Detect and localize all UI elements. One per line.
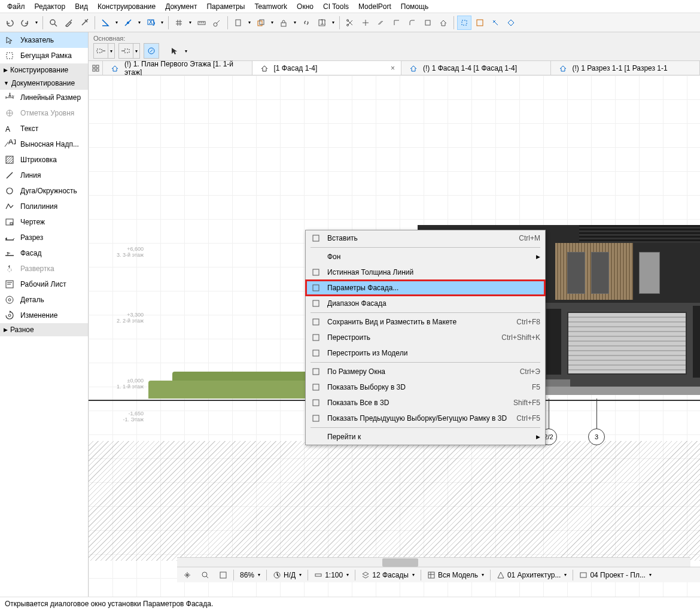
menu-параметры[interactable]: Параметры (202, 1, 249, 12)
zoom-value[interactable]: 86%▾ (236, 569, 264, 581)
menu-документ[interactable]: Документ (160, 1, 202, 12)
coords-icon[interactable]: xy (144, 16, 158, 30)
ctx-show-prev-3d-icon[interactable]: Показать Предыдущую Выборку/Бегущую Рамк… (306, 411, 545, 426)
section-misc[interactable]: ▶Разное (0, 323, 88, 336)
ref-icon[interactable] (210, 16, 224, 30)
mode1-icon[interactable] (457, 16, 471, 30)
line-tool[interactable]: Линия (0, 168, 88, 183)
marquee-tool[interactable]: Бегущая Рамка (0, 48, 88, 63)
undo-dropdown-icon[interactable]: ▾ (34, 16, 39, 30)
mode4-icon[interactable] (504, 16, 518, 30)
cursor-mode-icon[interactable] (168, 44, 182, 58)
trace-icon[interactable] (254, 16, 268, 30)
home-icon[interactable] (436, 16, 451, 30)
menu-конструирование[interactable]: Конструирование (93, 1, 160, 12)
view-tab[interactable]: (!) 1. План Первого Этажа [1. 1-й этаж] (103, 61, 252, 75)
menu-окно[interactable]: Окно (292, 1, 318, 12)
extend-icon[interactable] (374, 16, 388, 30)
menu-ci tools[interactable]: CI Tools (318, 1, 354, 12)
pan-icon[interactable] (179, 569, 195, 581)
scale-icon[interactable]: 1:100▾ (311, 569, 352, 581)
redo-icon[interactable] (18, 16, 32, 30)
menu-файл[interactable]: Файл (2, 1, 30, 12)
unfold-tool[interactable]: Развертка (0, 261, 88, 276)
tab-grid-icon[interactable] (89, 61, 103, 75)
scrollbar-thumb[interactable] (382, 558, 418, 567)
lock-icon[interactable] (276, 16, 291, 30)
trim-icon[interactable] (358, 16, 373, 30)
orient-icon[interactable]: Н/Д▾ (269, 569, 305, 581)
layer-combo[interactable]: 12 Фасады▾ (358, 569, 418, 581)
menu-modelport[interactable]: ModelPort (354, 1, 396, 12)
ctx-item[interactable]: Перейти к▶ (306, 429, 545, 445)
arc-tool[interactable]: Дуга/Окружность (0, 183, 88, 199)
pointer-tool[interactable]: Указатель (0, 32, 88, 48)
cut-icon[interactable] (343, 16, 357, 30)
ctx-rebuild-icon[interactable]: ПерестроитьCtrl+Shift+K (306, 330, 545, 345)
fit-icon[interactable] (215, 569, 231, 581)
section-construct[interactable]: ▶Конструирование (0, 63, 88, 77)
drawing-canvas[interactable]: +6,6003. 3-й этаж+3,3002. 2-й этаж±0,000… (89, 75, 700, 597)
menu-редактор[interactable]: Редактор (30, 1, 71, 12)
svg-rect-41 (313, 235, 319, 241)
doc-icon[interactable] (231, 16, 245, 30)
eyedropper-icon[interactable] (62, 16, 76, 30)
ctx-paste-icon[interactable]: ВставитьCtrl+M (306, 230, 545, 246)
angle-icon[interactable] (98, 16, 112, 30)
drawing-tool[interactable]: Чертеж (0, 214, 88, 230)
hatch-tool[interactable]: Штриховка (0, 152, 88, 168)
zoom-icon[interactable] (197, 569, 213, 581)
grid-icon[interactable] (172, 16, 186, 30)
text-tool[interactable]: AТекст (0, 121, 88, 136)
view-tab[interactable]: [1 Фасад 1-4]× (252, 61, 402, 75)
detail-tool[interactable]: Деталь (0, 292, 88, 308)
link-icon[interactable] (299, 16, 314, 30)
ruler-icon[interactable] (194, 16, 209, 30)
change-tool[interactable]: Изменение (0, 308, 88, 323)
close-icon[interactable]: × (391, 64, 395, 72)
section-tool[interactable]: Разрез (0, 230, 88, 245)
geomethod3-icon[interactable] (144, 44, 159, 58)
ctx-show-3d-icon[interactable]: Показать Выборку в 3DF5 (306, 379, 545, 395)
worksheet-tool[interactable]: Рабочий Лист (0, 276, 88, 292)
level-mark-tool[interactable]: Отметка Уровня (0, 105, 88, 121)
view-tab[interactable]: (!) 1 Фасад 1-4 [1 Фасад 1-4] (401, 61, 551, 75)
horizontal-scrollbar[interactable] (177, 557, 690, 567)
geomethod1-icon[interactable] (94, 44, 108, 58)
view-tab[interactable]: (!) 1 Разрез 1-1 [1 Разрез 1-1 (551, 61, 701, 75)
arch-combo[interactable]: 01 Архитектур...▾ (493, 569, 571, 581)
ctx-save-view-icon[interactable]: Сохранить Вид и Разместить в МакетеCtrl+… (306, 314, 545, 330)
corner-icon[interactable] (389, 16, 404, 30)
inject-icon[interactable] (77, 16, 92, 30)
mode2-icon[interactable] (473, 16, 487, 30)
move-icon[interactable] (421, 16, 435, 30)
ctx-rebuild-model-icon[interactable]: Перестроить из Модели (306, 345, 545, 361)
leader-tool[interactable]: A1Выносная Надп... (0, 136, 88, 152)
geomethod2-icon[interactable] (119, 44, 133, 58)
measure2-icon[interactable]: 1:2 (315, 16, 329, 30)
ctx-elevation-range-icon[interactable]: Диапазон Фасада (306, 296, 545, 311)
menu-вид[interactable]: Вид (70, 1, 93, 12)
svg-rect-28 (10, 223, 13, 224)
ctx-fit-window-icon[interactable]: По Размеру ОкнаCtrl+Э (306, 364, 545, 379)
dimension-tool[interactable]: 1.2Линейный Размер (0, 90, 88, 105)
ctx-elevation-settings-icon[interactable]: Параметры Фасада... (306, 280, 545, 296)
ctx-show-all-3d-icon[interactable]: Показать Все в 3DShift+F5 (306, 395, 545, 411)
undo-icon[interactable] (2, 16, 17, 30)
menu-помощь[interactable]: Помощь (396, 1, 433, 12)
project-combo[interactable]: 04 Проект - Пл...▾ (576, 569, 655, 581)
find-icon[interactable] (46, 16, 60, 30)
elevation-tool[interactable]: Фасад (0, 245, 88, 261)
snap-icon[interactable] (121, 16, 135, 30)
mode3-icon[interactable] (488, 16, 503, 30)
menu-separator (311, 247, 540, 248)
polyline-tool[interactable]: Полилиния (0, 199, 88, 214)
ctx-lineweight-icon[interactable]: Истинная Толщина Линий (306, 265, 545, 280)
elevation-icon (4, 247, 16, 259)
svg-point-0 (50, 20, 55, 25)
ctx-item[interactable]: Фон▶ (306, 249, 545, 265)
model-combo[interactable]: Вся Модель▾ (424, 569, 488, 581)
fillet-icon[interactable] (405, 16, 419, 30)
section-document[interactable]: ▼Документирование (0, 77, 88, 90)
menu-teamwork[interactable]: Teamwork (249, 1, 292, 12)
